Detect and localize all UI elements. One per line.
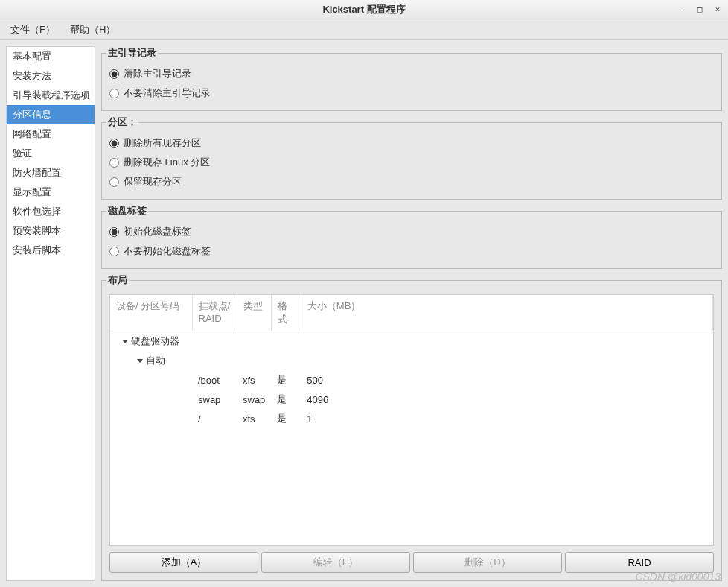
partitions-preserve-label: 保留现存分区 bbox=[124, 175, 182, 188]
col-format[interactable]: 格式 bbox=[271, 295, 301, 331]
sidebar-item-install-method[interactable]: 安装方法 bbox=[7, 66, 95, 86]
cell-format: 是 bbox=[271, 370, 301, 390]
cell-size: 4096 bbox=[301, 390, 712, 409]
cell-mount: / bbox=[192, 409, 237, 428]
cell-size: 500 bbox=[301, 370, 712, 390]
sidebar: 基本配置 安装方法 引导装载程序选项 分区信息 网络配置 验证 防火墙配置 显示… bbox=[6, 46, 95, 581]
partitions-remove-linux-radio[interactable] bbox=[109, 158, 119, 168]
layout-table: 设备/ 分区号码 挂载点/ RAID 类型 格式 大小（MB） bbox=[110, 295, 713, 428]
minimize-icon[interactable]: — bbox=[676, 4, 688, 16]
mbr-noclear-label: 不要清除主引导记录 bbox=[124, 86, 211, 100]
delete-button[interactable]: 删除（D） bbox=[413, 552, 562, 573]
cell-mount: swap bbox=[192, 390, 237, 409]
cell-type: xfs bbox=[237, 370, 271, 390]
button-row: 添加（A） 编辑（E） 删除（D） RAID bbox=[109, 552, 714, 573]
edit-button[interactable]: 编辑（E） bbox=[261, 552, 410, 573]
col-type[interactable]: 类型 bbox=[237, 295, 271, 331]
content-pane: 主引导记录 清除主引导记录 不要清除主引导记录 分区： 删除所有现存分区 删除现… bbox=[101, 46, 722, 581]
window-title: Kickstart 配置程序 bbox=[322, 3, 405, 16]
partitions-preserve-row[interactable]: 保留现存分区 bbox=[109, 172, 714, 191]
tree-child-label: 自动 bbox=[146, 354, 165, 367]
tree-row-child[interactable]: 自动 bbox=[110, 351, 713, 370]
tree-root-label: 硬盘驱动器 bbox=[131, 334, 179, 348]
partitions-remove-all-row[interactable]: 删除所有现存分区 bbox=[109, 133, 714, 153]
layout-legend: 布局 bbox=[106, 273, 129, 287]
close-icon[interactable]: × bbox=[712, 4, 724, 16]
mbr-fieldset: 主引导记录 清除主引导记录 不要清除主引导记录 bbox=[101, 46, 722, 111]
window-controls: — □ × bbox=[676, 4, 724, 16]
sidebar-item-display[interactable]: 显示配置 bbox=[7, 183, 95, 202]
partitions-remove-all-radio[interactable] bbox=[109, 139, 119, 148]
sidebar-item-preinstall[interactable]: 预安装脚本 bbox=[7, 221, 95, 241]
main-layout: 基本配置 安装方法 引导装载程序选项 分区信息 网络配置 验证 防火墙配置 显示… bbox=[0, 40, 728, 587]
disklabel-noinit-radio[interactable] bbox=[109, 247, 119, 256]
partitions-remove-linux-label: 删除现存 Linux 分区 bbox=[124, 156, 210, 169]
sidebar-item-auth[interactable]: 验证 bbox=[7, 144, 95, 163]
table-row[interactable]: swap swap 是 4096 bbox=[110, 390, 713, 409]
titlebar: Kickstart 配置程序 — □ × bbox=[0, 0, 728, 19]
table-row[interactable]: / xfs 是 1 bbox=[110, 409, 713, 428]
layout-table-container[interactable]: 设备/ 分区号码 挂载点/ RAID 类型 格式 大小（MB） bbox=[109, 294, 714, 546]
disklabel-init-radio[interactable] bbox=[109, 227, 119, 237]
disklabel-noinit-label: 不要初始化磁盘标签 bbox=[124, 244, 211, 258]
raid-button[interactable]: RAID bbox=[565, 552, 714, 573]
sidebar-item-firewall[interactable]: 防火墙配置 bbox=[7, 163, 95, 183]
add-button[interactable]: 添加（A） bbox=[109, 552, 258, 573]
layout-fieldset: 布局 设备/ 分区号码 挂载点/ RAID 类型 格式 大小（MB） bbox=[101, 273, 722, 581]
mbr-clear-row[interactable]: 清除主引导记录 bbox=[109, 64, 714, 83]
cell-device bbox=[110, 409, 192, 428]
cell-type: swap bbox=[237, 390, 271, 409]
mbr-clear-radio[interactable] bbox=[109, 69, 119, 79]
cell-device bbox=[110, 370, 192, 390]
sidebar-item-packages[interactable]: 软件包选择 bbox=[7, 202, 95, 221]
menu-file[interactable]: 文件（F） bbox=[4, 20, 61, 39]
mbr-noclear-radio[interactable] bbox=[109, 89, 119, 98]
menubar: 文件（F） 帮助（H） bbox=[0, 19, 728, 40]
sidebar-item-basic-config[interactable]: 基本配置 bbox=[7, 47, 95, 66]
disklabel-init-label: 初始化磁盘标签 bbox=[124, 225, 191, 238]
maximize-icon[interactable]: □ bbox=[694, 4, 706, 16]
col-mount[interactable]: 挂载点/ RAID bbox=[192, 295, 237, 331]
tree-row-root[interactable]: 硬盘驱动器 bbox=[110, 331, 713, 352]
sidebar-item-postinstall[interactable]: 安装后脚本 bbox=[7, 241, 95, 260]
sidebar-item-bootloader[interactable]: 引导装载程序选项 bbox=[7, 86, 95, 105]
disklabel-legend: 磁盘标签 bbox=[106, 204, 148, 218]
cell-format: 是 bbox=[271, 390, 301, 409]
cell-device bbox=[110, 390, 192, 409]
partitions-preserve-radio[interactable] bbox=[109, 177, 119, 187]
disklabel-init-row[interactable]: 初始化磁盘标签 bbox=[109, 222, 714, 241]
menu-help[interactable]: 帮助（H） bbox=[64, 20, 121, 39]
cell-format: 是 bbox=[271, 409, 301, 428]
chevron-down-icon[interactable] bbox=[137, 359, 143, 363]
cell-mount: /boot bbox=[192, 370, 237, 390]
sidebar-item-partition-info[interactable]: 分区信息 bbox=[7, 105, 95, 124]
disklabel-noinit-row[interactable]: 不要初始化磁盘标签 bbox=[109, 241, 714, 261]
chevron-down-icon[interactable] bbox=[122, 340, 128, 343]
mbr-noclear-row[interactable]: 不要清除主引导记录 bbox=[109, 83, 714, 103]
cell-type: xfs bbox=[237, 409, 271, 428]
col-device[interactable]: 设备/ 分区号码 bbox=[110, 295, 192, 331]
col-size[interactable]: 大小（MB） bbox=[301, 295, 712, 331]
disklabel-fieldset: 磁盘标签 初始化磁盘标签 不要初始化磁盘标签 bbox=[101, 204, 722, 269]
partitions-remove-linux-row[interactable]: 删除现存 Linux 分区 bbox=[109, 153, 714, 172]
partitions-fieldset: 分区： 删除所有现存分区 删除现存 Linux 分区 保留现存分区 bbox=[101, 115, 722, 200]
partitions-remove-all-label: 删除所有现存分区 bbox=[124, 136, 201, 150]
mbr-legend: 主引导记录 bbox=[106, 46, 158, 60]
cell-size: 1 bbox=[301, 409, 712, 428]
partitions-legend: 分区： bbox=[106, 115, 138, 129]
sidebar-item-network[interactable]: 网络配置 bbox=[7, 124, 95, 144]
table-row[interactable]: /boot xfs 是 500 bbox=[110, 370, 713, 390]
mbr-clear-label: 清除主引导记录 bbox=[124, 67, 191, 80]
